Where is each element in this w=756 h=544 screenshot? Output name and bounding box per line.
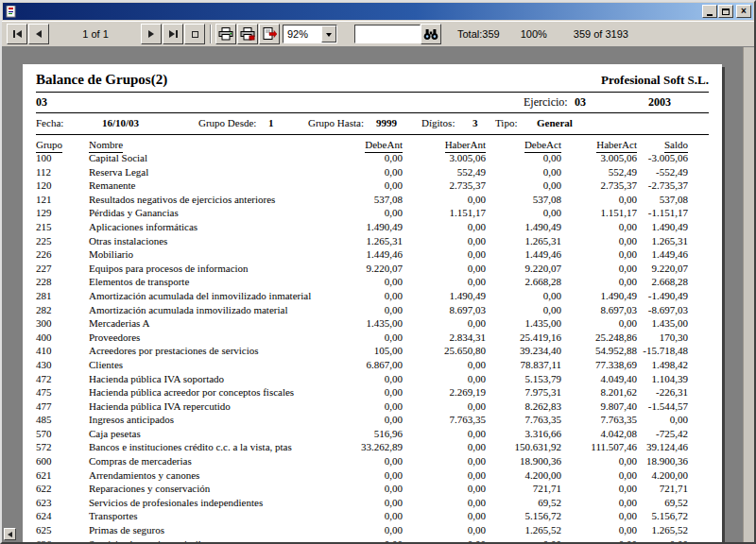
cell-nombre: Mercaderias A	[89, 316, 321, 331]
minimize-button[interactable]	[702, 5, 717, 18]
table-row: 475Hacienda pública acreedor por concept…	[36, 385, 709, 400]
cell-saldo: 1.490,49	[637, 220, 709, 234]
cell-debeant: 0,00	[321, 385, 403, 400]
cell-haberact: 0,00	[561, 275, 637, 289]
cell-debeact: 721,71	[486, 482, 561, 496]
cell-grupo: 410	[36, 344, 89, 358]
cell-saldo: -725,42	[637, 427, 709, 441]
search-button[interactable]	[421, 24, 441, 44]
app-icon[interactable]	[5, 6, 18, 18]
stop-button[interactable]	[184, 24, 205, 44]
cell-haberact: 3.005,06	[561, 151, 637, 165]
close-button[interactable]: ×	[736, 5, 751, 18]
cell-saldo: -2.735,37	[637, 178, 709, 193]
cell-grupo: 570	[36, 427, 89, 441]
cell-debeant: 0,00	[321, 178, 403, 193]
report-title: Balance de Grupos(2)	[36, 72, 167, 88]
cell-haberact: 0,00	[561, 482, 637, 496]
zoom-dropdown-button[interactable]	[321, 26, 336, 42]
print-button[interactable]	[215, 24, 236, 44]
cell-debeact: 0,00	[486, 151, 561, 165]
first-page-button[interactable]	[7, 24, 27, 44]
cell-haberant: 0,00	[403, 262, 486, 276]
maximize-icon	[722, 8, 730, 15]
table-row: 400Proveedores0,002.834,3125.419,1625.24…	[36, 331, 709, 345]
table-row: 485Ingresos anticipados0,007.763,357.763…	[36, 413, 709, 427]
cell-grupo: 472	[36, 372, 89, 386]
cell-debeact: 5.156,72	[486, 509, 561, 523]
cell-haberact: 0,00	[561, 523, 637, 537]
table-row: 215Aplicaciones informáticas1.490,490,00…	[36, 220, 709, 234]
record-count-label: 359 of 3193	[574, 28, 628, 40]
table-row: 626Servicios bancarios y similares0,000,…	[36, 537, 709, 542]
ejercicio-label: Ejercicio:	[524, 95, 568, 110]
cell-haberant: 0,00	[403, 220, 486, 234]
cell-saldo: -8.697,03	[637, 303, 709, 317]
cell-grupo: 227	[36, 262, 89, 276]
cell-debeact: 0,00	[486, 537, 561, 542]
cell-debeact: 5.153,79	[486, 372, 561, 386]
vertical-scrollbar[interactable]	[743, 47, 754, 542]
cell-nombre: Amortización acumulada del inmovilizado …	[89, 289, 321, 303]
cell-haberact: 4.042,08	[561, 427, 637, 441]
cell-haberant: 0,00	[403, 427, 486, 441]
cell-haberact: 0,00	[561, 220, 637, 234]
cell-debeant: 537,08	[321, 193, 403, 207]
cell-haberant: 1.490,49	[403, 289, 486, 303]
titlebar[interactable]: ×	[3, 3, 753, 20]
cell-haberact: 0,00	[561, 247, 637, 262]
zoom-value: 92%	[284, 28, 321, 40]
cell-haberact: 8.201,62	[561, 385, 637, 400]
cell-grupo: 100	[36, 151, 89, 165]
cell-saldo: 4.200,00	[637, 468, 709, 483]
stop-icon	[192, 31, 198, 38]
cell-nombre: Arrendamientos y canones	[89, 468, 321, 483]
last-page-button[interactable]	[163, 24, 183, 44]
cell-nombre: Servicios de profesionales independiente…	[89, 496, 321, 510]
page-indicator: 1 of 1	[50, 28, 141, 40]
maximize-button[interactable]	[718, 5, 733, 18]
prev-page-button[interactable]	[28, 24, 49, 44]
cell-debeact: 7.975,31	[486, 385, 561, 400]
cell-haberact: 0,00	[561, 537, 637, 542]
cell-saldo: 39.124,46	[637, 440, 709, 454]
cell-grupo: 622	[36, 482, 89, 496]
cell-nombre: Aplicaciones informáticas	[89, 220, 321, 234]
cell-debeact: 18.900,36	[486, 454, 561, 468]
cell-saldo: 9.220,07	[637, 262, 709, 276]
search-input[interactable]	[354, 25, 421, 43]
cell-nombre: Primas de seguros	[89, 523, 321, 537]
cell-saldo: 1.498,42	[637, 358, 709, 372]
report-content: Balance de Grupos(2) Profesional Soft S.…	[23, 64, 722, 542]
cell-debeact: 1.449,46	[486, 247, 561, 262]
cell-haberact: 7.763,35	[561, 413, 637, 427]
export-button[interactable]	[259, 24, 280, 44]
cell-grupo: 600	[36, 454, 89, 468]
cell-haberant: 3.005,06	[403, 151, 486, 165]
cell-debeact: 39.234,40	[486, 344, 561, 358]
cell-haberant: 552,49	[403, 165, 486, 179]
cell-nombre: Pérdidas y Ganancias	[89, 206, 321, 220]
next-page-button[interactable]	[141, 24, 162, 44]
cell-grupo: 625	[36, 523, 89, 537]
next-page-icon	[148, 30, 154, 38]
table-row: 300Mercaderias A1.435,000,001.435,000,00…	[36, 316, 709, 331]
cell-haberant: 0,00	[403, 523, 486, 537]
scroll-left-button[interactable]	[4, 528, 16, 540]
grupo-hasta-label: Grupo Hasta:	[308, 117, 364, 128]
cell-saldo: 0,00	[637, 537, 709, 542]
table-row: 477Hacienda pública IVA repercutido0,000…	[36, 400, 709, 414]
table-row: 121Resultados negativos de ejercicios an…	[36, 193, 709, 207]
cell-grupo: 226	[36, 247, 89, 262]
cell-grupo: 300	[36, 316, 89, 331]
cell-grupo: 623	[36, 496, 89, 510]
cell-haberant: 2.735,37	[403, 178, 486, 193]
divider	[36, 92, 709, 93]
report-subheader: 03 Ejercicio: 03 2003	[36, 95, 709, 110]
chevron-down-icon	[326, 33, 332, 40]
table-row: 100Capital Social0,003.005,060,003.005,0…	[36, 151, 709, 165]
cell-nombre: Capital Social	[89, 151, 321, 165]
print-setup-button[interactable]	[237, 24, 258, 44]
table-row: 225Otras instalaciones1.265,310,001.265,…	[36, 234, 709, 248]
zoom-select[interactable]: 92%	[283, 25, 337, 43]
